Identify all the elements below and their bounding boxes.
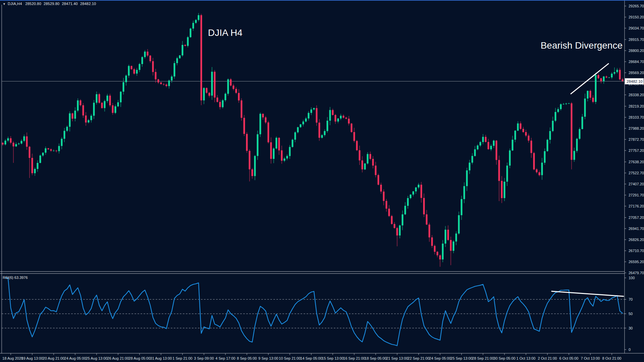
rsi-axis-label: 100: [629, 276, 635, 280]
price-axis-label: 29034.70: [629, 26, 644, 30]
price-axis-label: 27176.20: [629, 204, 644, 208]
time-axis-label: 26 Aug 21:00: [107, 356, 129, 360]
time-axis-label: 19 Aug 13:00: [21, 356, 43, 360]
time-axis-label: 24 Sep 05:00: [429, 356, 451, 360]
time-axis-label: 9 Sep 13:00: [258, 356, 278, 360]
rsi-axis-label: 0: [629, 348, 631, 352]
price-axis-label: 28219.20: [629, 104, 644, 108]
time-axis-label: 28 Sep 21:00: [472, 356, 494, 360]
bear-candle-wicks: [3, 14, 623, 267]
price-axis-label: 28684.70: [629, 60, 644, 64]
collapse-icon[interactable]: ▼: [3, 2, 6, 6]
price-axis-label: 27522.70: [629, 171, 644, 175]
time-axis-label: 8 Oct 21:00: [602, 356, 622, 360]
chart-canvas[interactable]: 29265.7029150.2029034.7028915.7028800.20…: [0, 0, 644, 362]
time-axis-label: 30 Sep 05:00: [493, 356, 515, 360]
price-axis-label: 26479.70: [629, 271, 644, 275]
ohlc-low: 28471.40: [62, 2, 77, 6]
candles-series: [2, 13, 624, 267]
price-axis-label: 26710.70: [629, 249, 644, 253]
price-axis-label: 28569.20: [629, 71, 644, 75]
time-axis-label: 10 Sep 21:00: [279, 356, 301, 360]
bull-candle-bodies: [5, 15, 618, 259]
rsi-axis-label: 30: [629, 326, 633, 330]
price-axis-label: 26941.70: [629, 227, 644, 231]
price-axis-label: 27057.20: [629, 216, 644, 220]
rsi-axis-label: 50: [629, 312, 633, 316]
bull-candle-wicks: [5, 13, 617, 262]
price-axis-label: 27638.20: [629, 160, 644, 164]
price-axis-label: 27988.20: [629, 126, 644, 130]
time-axis-label: 15 Sep 13:00: [322, 356, 343, 360]
time-axis-label: 28 Aug 05:00: [129, 356, 151, 360]
price-axis-label: 29150.20: [629, 15, 644, 19]
price-axis-label: 27407.20: [629, 182, 644, 186]
price-axis-label: 27291.70: [629, 193, 644, 197]
symbol-period-label: DJIA,H4: [8, 2, 22, 6]
price-axis-label: 28103.70: [629, 115, 644, 119]
price-axis-label: 27872.70: [629, 137, 644, 141]
price-axis-label: 29265.70: [629, 4, 644, 8]
trendline-rsi[interactable]: [552, 291, 624, 296]
trendline-price[interactable]: [571, 64, 608, 94]
time-axis-label: 1 Sep 21:00: [172, 356, 192, 360]
time-axis-label: 6 Oct 05:00: [559, 356, 579, 360]
time-axis-label: 14 Sep 05:00: [300, 356, 322, 360]
time-axis-label: 22 Sep 21:00: [408, 356, 429, 360]
ohlc-open: 28520.80: [25, 2, 41, 6]
time-axis-label: 16 Sep 21:00: [343, 356, 365, 360]
time-axis-label: 21 Sep 13:00: [386, 356, 408, 360]
rsi-indicator-label: RSI(6) 63.3976: [3, 276, 28, 280]
time-axis-label: 3 Sep 09:00: [194, 356, 214, 360]
price-axis-label: 26595.20: [629, 260, 644, 264]
price-axis-label: 28338.20: [629, 93, 644, 97]
time-axis-label: 25 Aug 13:00: [86, 356, 108, 360]
time-axis-label: 20 Aug 21:00: [43, 356, 65, 360]
ohlc-close: 28482.10: [80, 2, 96, 6]
price-axis-label: 27757.20: [629, 148, 644, 153]
time-axis-label: 2 Oct 21:00: [538, 356, 557, 360]
time-axis-label: 18 Aug 2020: [2, 356, 23, 360]
annotation-djia-h4[interactable]: DJIA H4: [208, 27, 243, 38]
time-axis-label: 31 Aug 13:00: [150, 356, 172, 360]
rsi-axis-label: 70: [629, 297, 633, 301]
price-axis-label: 26826.20: [629, 238, 644, 242]
time-axis-label: 4 Sep 17:00: [215, 356, 235, 360]
bear-candle-bodies: [2, 15, 624, 259]
price-axis-label: 28800.20: [629, 49, 644, 53]
annotation-bearish-divergence[interactable]: Bearish Divergence: [540, 40, 623, 51]
current-price-tag-label: 28482.10: [627, 79, 643, 83]
symbol-header: ▼DJIA,H428520.8028529.8028471.4028482.10: [3, 2, 98, 6]
time-axis-label: 8 Sep 05:00: [237, 356, 257, 360]
rsi-line: [5, 278, 623, 346]
price-axis-label: 28915.70: [629, 38, 644, 42]
time-axis-label: 1 Oct 13:00: [517, 356, 536, 360]
time-axis-label: 24 Aug 05:00: [64, 356, 86, 360]
time-axis-label: 18 Sep 05:00: [365, 356, 386, 360]
time-axis-label: 7 Oct 13:00: [581, 356, 600, 360]
ohlc-high: 28529.80: [44, 2, 59, 6]
time-axis-label: 25 Sep 13:00: [450, 356, 472, 360]
